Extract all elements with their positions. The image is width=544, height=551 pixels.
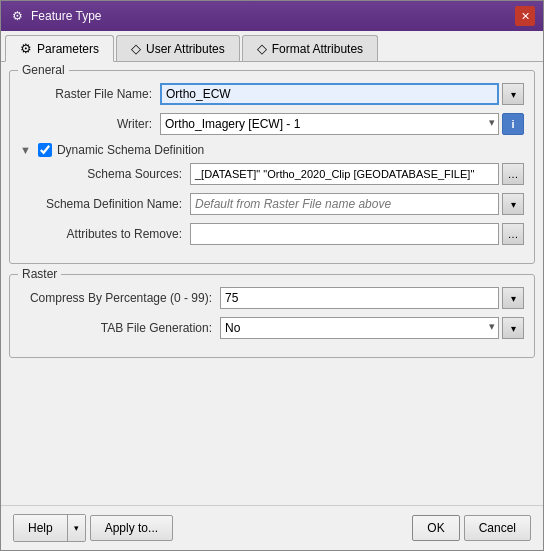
writer-label: Writer:: [20, 117, 160, 131]
close-button[interactable]: ✕: [515, 6, 535, 26]
footer: Help ▾ Apply to... OK Cancel: [1, 505, 543, 550]
attributes-to-remove-row: Attributes to Remove: …: [20, 223, 524, 245]
chevron-down-icon3: ▾: [511, 293, 516, 304]
compress-row: Compress By Percentage (0 - 99): ▾: [20, 287, 524, 309]
schema-sources-label: Schema Sources:: [20, 167, 190, 181]
schema-sources-value: _[DATASET]" "Ortho_2020_Clip [GEODATABAS…: [190, 163, 499, 185]
attributes-to-remove-ellipsis-btn[interactable]: …: [502, 223, 524, 245]
schema-definition-name-row: Schema Definition Name: ▾: [20, 193, 524, 215]
help-chevron-icon: ▾: [74, 523, 79, 533]
tab-user-attributes-label: User Attributes: [146, 42, 225, 56]
tab-file-select[interactable]: No Yes: [220, 317, 499, 339]
raster-group: Raster Compress By Percentage (0 - 99): …: [9, 274, 535, 358]
tab-parameters-label: Parameters: [37, 42, 99, 56]
content-area: General Raster File Name: ▾ Writer: Orth…: [1, 62, 543, 505]
schema-definition-name-dropdown-btn[interactable]: ▾: [502, 193, 524, 215]
attributes-to-remove-control: …: [190, 223, 524, 245]
schema-sources-control: _[DATASET]" "Ortho_2020_Clip [GEODATABAS…: [190, 163, 524, 185]
tab-file-control: No Yes ▾: [220, 317, 524, 339]
user-attributes-tab-icon: ◇: [131, 41, 141, 56]
feature-type-window: ⚙ Feature Type ✕ ⚙ Parameters ◇ User Att…: [0, 0, 544, 551]
general-group-title: General: [18, 63, 69, 77]
writer-control: Ortho_Imagery [ECW] - 1 i: [160, 113, 524, 135]
writer-select[interactable]: Ortho_Imagery [ECW] - 1: [160, 113, 499, 135]
help-button[interactable]: Help: [14, 515, 67, 541]
chevron-down-icon2: ▾: [511, 199, 516, 210]
tab-format-attributes-label: Format Attributes: [272, 42, 363, 56]
general-group: General Raster File Name: ▾ Writer: Orth…: [9, 70, 535, 264]
chevron-down-icon: ▾: [511, 89, 516, 100]
tab-file-extra-btn[interactable]: ▾: [502, 317, 524, 339]
raster-file-name-input[interactable]: [160, 83, 499, 105]
writer-row: Writer: Ortho_Imagery [ECW] - 1 i: [20, 113, 524, 135]
compress-dropdown-btn[interactable]: ▾: [502, 287, 524, 309]
compress-input[interactable]: [220, 287, 499, 309]
schema-definition-name-input[interactable]: [190, 193, 499, 215]
raster-file-name-dropdown-btn[interactable]: ▾: [502, 83, 524, 105]
tab-format-attributes[interactable]: ◇ Format Attributes: [242, 35, 378, 61]
parameters-tab-icon: ⚙: [20, 41, 32, 56]
help-arrow-button[interactable]: ▾: [67, 515, 85, 541]
raster-file-name-label: Raster File Name:: [20, 87, 160, 101]
help-group: Help ▾: [13, 514, 86, 542]
schema-sources-row: Schema Sources: _[DATASET]" "Ortho_2020_…: [20, 163, 524, 185]
schema-sources-ellipsis-btn[interactable]: …: [502, 163, 524, 185]
attributes-to-remove-label: Attributes to Remove:: [20, 227, 190, 241]
tab-user-attributes[interactable]: ◇ User Attributes: [116, 35, 240, 61]
cancel-button[interactable]: Cancel: [464, 515, 531, 541]
tab-file-select-wrapper: No Yes: [220, 317, 499, 339]
raster-file-name-control: ▾: [160, 83, 524, 105]
tab-file-row: TAB File Generation: No Yes ▾: [20, 317, 524, 339]
chevron-down-icon4: ▾: [511, 323, 516, 334]
dynamic-schema-checkbox[interactable]: [38, 143, 52, 157]
close-icon: ✕: [521, 10, 530, 23]
title-bar: ⚙ Feature Type ✕: [1, 1, 543, 31]
writer-info-btn[interactable]: i: [502, 113, 524, 135]
schema-definition-name-label: Schema Definition Name:: [20, 197, 190, 211]
dynamic-schema-label: Dynamic Schema Definition: [57, 143, 204, 157]
ellipsis-icon2: …: [508, 228, 519, 240]
raster-group-title: Raster: [18, 267, 61, 281]
tabs-bar: ⚙ Parameters ◇ User Attributes ◇ Format …: [1, 31, 543, 62]
schema-definition-name-control: ▾: [190, 193, 524, 215]
window-title: Feature Type: [31, 9, 102, 23]
window-icon: ⚙: [9, 8, 25, 24]
compress-label: Compress By Percentage (0 - 99):: [20, 291, 220, 305]
info-icon: i: [511, 118, 514, 130]
compress-control: ▾: [220, 287, 524, 309]
raster-file-name-row: Raster File Name: ▾: [20, 83, 524, 105]
dynamic-schema-row: ▼ Dynamic Schema Definition: [20, 143, 524, 157]
apply-to-button[interactable]: Apply to...: [90, 515, 173, 541]
attributes-to-remove-input[interactable]: [190, 223, 499, 245]
title-bar-left: ⚙ Feature Type: [9, 8, 102, 24]
expand-icon: ▼: [20, 144, 31, 156]
ok-button[interactable]: OK: [412, 515, 459, 541]
writer-select-wrapper: Ortho_Imagery [ECW] - 1: [160, 113, 499, 135]
ellipsis-icon: …: [508, 168, 519, 180]
tab-file-label: TAB File Generation:: [20, 321, 220, 335]
format-attributes-tab-icon: ◇: [257, 41, 267, 56]
tab-parameters[interactable]: ⚙ Parameters: [5, 35, 114, 62]
